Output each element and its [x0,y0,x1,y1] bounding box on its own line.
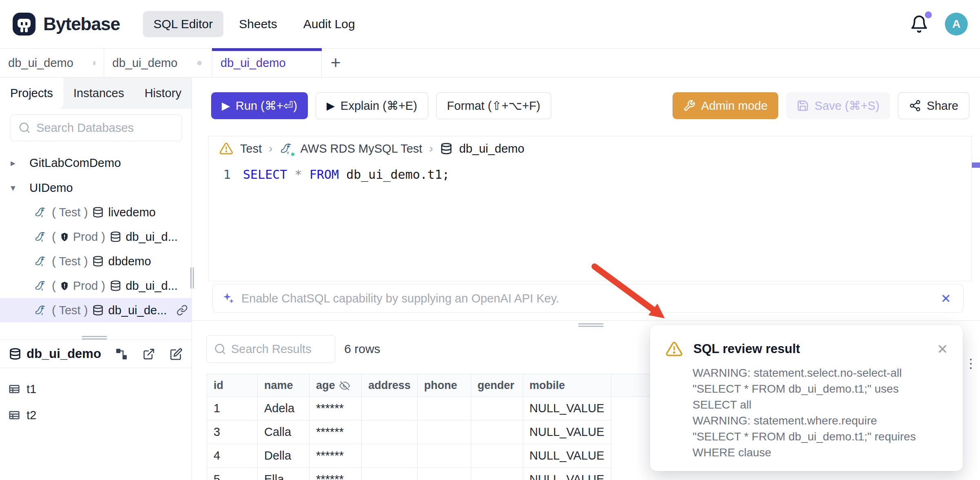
results-resize-handle[interactable] [578,323,604,324]
table-cell[interactable] [471,397,523,420]
tree-db-dbdemo[interactable]: ( Test ) dbdemo [0,249,192,273]
edit-icon[interactable] [170,348,183,360]
results-search[interactable] [206,335,335,363]
notifications-button[interactable] [910,15,929,33]
table-cell[interactable] [471,468,523,480]
close-icon[interactable]: ✕ [937,341,948,357]
add-tab-button[interactable]: + [322,49,350,77]
tab-history[interactable]: History [134,78,192,109]
close-icon[interactable]: ✕ [938,291,954,306]
table-cell[interactable]: Della [258,444,310,468]
run-button[interactable]: ▶ Run (⌘+⏎) [211,92,308,119]
database-icon [92,207,104,218]
table-cell[interactable] [362,468,418,480]
save-button[interactable]: Save (⌘+S) [786,92,890,119]
panel-resize-handle[interactable] [82,336,107,337]
table-cell[interactable] [362,444,418,468]
prod-shield-icon [59,232,70,242]
column-header-address[interactable]: address [362,374,418,397]
table-cell[interactable] [471,444,523,468]
sql-code-line[interactable]: 1 SELECT * FROM db_ui_demo.t1; [209,167,971,182]
table-cell[interactable] [417,444,471,468]
schema-table-t2[interactable]: t2 [0,403,192,427]
table-cell[interactable]: ****** [310,468,362,480]
tree-db-prod-2[interactable]: ( Prod ) db_ui_d... [0,273,192,298]
table-cell[interactable]: Calla [258,420,310,444]
instance-name[interactable]: AWS RDS MySQL Test [301,142,423,156]
results-more-menu[interactable]: ⋮ [964,356,977,371]
table-cell[interactable]: NULL_VALUE [523,420,611,444]
brand[interactable]: Bytebase [12,12,120,36]
table-cell[interactable]: 5 [207,468,258,480]
column-header-name[interactable]: name [258,374,310,397]
table-cell[interactable]: NULL_VALUE [523,444,611,468]
table-cell[interactable]: Adela [258,397,310,420]
sidebar-resize-handle[interactable] [190,267,192,289]
nav-sql-editor[interactable]: SQL Editor [143,11,224,37]
table-cell[interactable]: Ella [258,468,310,480]
table-cell[interactable]: ****** [310,420,362,444]
database-name[interactable]: db_ui_demo [459,142,525,156]
nav-sheets[interactable]: Sheets [228,11,287,37]
avatar[interactable]: A [945,13,968,36]
schema-diagram-icon[interactable] [115,348,128,360]
tree-db-prod-1[interactable]: ( Prod ) db_ui_d... [0,224,192,249]
query-tab-3-active[interactable]: db_ui_demo [212,49,322,77]
tab-instances[interactable]: Instances [63,78,134,109]
database-icon [9,348,21,360]
top-navbar: Bytebase SQL Editor Sheets Audit Log A [0,0,980,48]
environment-name[interactable]: Test [240,142,262,156]
table-cell[interactable] [417,420,471,444]
query-tab-1[interactable]: db_ui_demo [0,49,104,77]
column-header-age[interactable]: age [310,374,362,397]
schema-table-t1[interactable]: t1 [0,377,192,401]
sidebar-resize-handle[interactable] [193,267,194,289]
database-search-input[interactable] [36,121,174,135]
admin-mode-button[interactable]: Admin mode [673,92,778,119]
explain-button[interactable]: ▶ Explain (⌘+E) [316,92,428,119]
table-cell[interactable]: ****** [310,397,362,420]
database-search[interactable] [10,114,182,141]
search-icon [214,343,226,355]
mysql-dolphin-icon [280,142,294,156]
column-masked-icon [339,380,350,391]
tab-projects[interactable]: Projects [0,78,63,109]
unsaved-dot-icon [93,61,96,65]
table-cell[interactable]: ****** [310,444,362,468]
column-header-gender[interactable]: gender [471,374,523,397]
format-button[interactable]: Format (⇧+⌥+F) [436,92,552,119]
tree-db-livedemo[interactable]: ( Test ) livedemo [0,200,192,224]
results-search-input[interactable] [231,342,327,356]
table-cell[interactable]: 3 [207,420,258,444]
prod-shield-icon [59,281,70,291]
column-header-mobile[interactable]: mobile [523,374,611,397]
table-cell[interactable] [417,397,471,420]
table-cell[interactable] [362,420,418,444]
table-cell[interactable] [417,468,471,480]
sidebar: Projects Instances History ▸ GitLabComDe… [0,78,192,480]
caret-expanded-icon[interactable]: ▾ [11,182,21,193]
query-tab-2[interactable]: db_ui_demo [104,49,212,77]
share-button[interactable]: Share [898,92,969,119]
table-cell[interactable] [362,397,418,420]
caret-collapsed-icon[interactable]: ▸ [11,158,21,169]
line-number: 1 [223,167,231,182]
table-cell[interactable]: NULL_VALUE [523,397,611,420]
column-header-phone[interactable]: phone [417,374,471,397]
nav-audit-log[interactable]: Audit Log [293,11,366,37]
row-count: 6 rows [344,342,380,356]
external-link-icon[interactable] [143,348,155,360]
warning-line: WARNING: statement.where.require [693,413,947,429]
table-cell[interactable]: 1 [207,397,258,420]
results-resize-handle[interactable] [578,326,604,327]
tree-project-uidemo[interactable]: ▾ UIDemo [0,176,192,200]
database-icon [92,256,104,267]
table-cell[interactable] [471,420,523,444]
tree-project-gitlabcomdemo[interactable]: ▸ GitLabComDemo [0,151,192,175]
query-tab-label: db_ui_demo [8,56,74,70]
connection-status-dot [290,152,295,157]
tree-db-selected[interactable]: ( Test ) db_ui_de... [0,298,192,322]
table-cell[interactable]: 4 [207,444,258,468]
table-cell[interactable]: NULL_VALUE [523,468,611,480]
column-header-id[interactable]: id [207,374,258,397]
